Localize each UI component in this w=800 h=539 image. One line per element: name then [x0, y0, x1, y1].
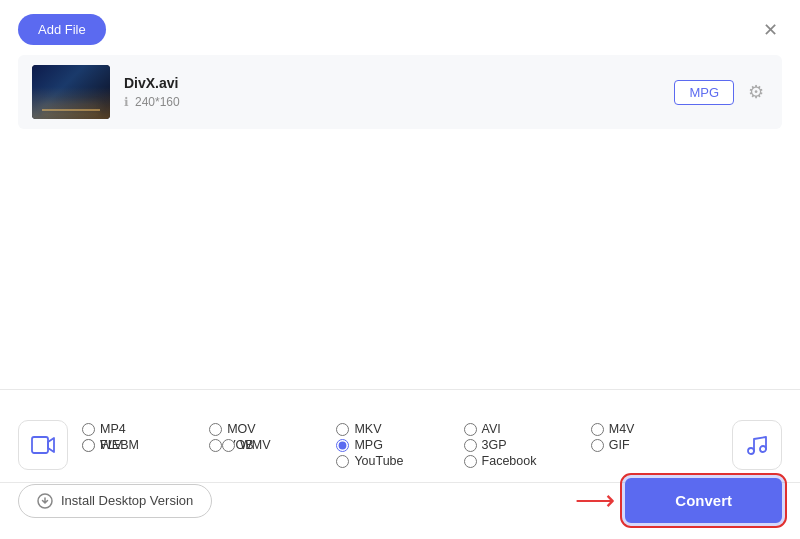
- format-option-facebook[interactable]: Facebook: [464, 454, 718, 468]
- format-option-avi[interactable]: AVI: [464, 422, 591, 436]
- radio-youtube[interactable]: [336, 455, 349, 468]
- settings-button[interactable]: ⚙: [744, 79, 768, 105]
- file-thumbnail: [32, 65, 110, 119]
- radio-avi[interactable]: [464, 423, 477, 436]
- format-option-flv2[interactable]: FLV: [82, 438, 220, 452]
- file-item: DivX.avi ℹ 240*160 MPG ⚙: [18, 55, 782, 129]
- format-badge-button[interactable]: MPG: [674, 80, 734, 105]
- install-button[interactable]: Install Desktop Version: [18, 484, 212, 518]
- convert-button[interactable]: Convert: [625, 478, 782, 523]
- radio-m4v[interactable]: [591, 423, 604, 436]
- format-option-youtube[interactable]: YouTube: [336, 454, 463, 468]
- format-option-m4v[interactable]: M4V: [591, 422, 718, 436]
- format-option-mov[interactable]: MOV: [209, 422, 336, 436]
- arrow-container: ⟶ Convert: [575, 478, 782, 523]
- file-list: DivX.avi ℹ 240*160 MPG ⚙: [0, 55, 800, 129]
- radio-wmv2[interactable]: [222, 439, 235, 452]
- empty-area: [0, 129, 800, 389]
- radio-mkv[interactable]: [336, 423, 349, 436]
- radio-mp4[interactable]: [82, 423, 95, 436]
- radio-facebook[interactable]: [464, 455, 477, 468]
- format-option-mp4[interactable]: MP4: [82, 422, 209, 436]
- arrow-icon: ⟶: [575, 487, 615, 515]
- format-row-flv-wmv: FLV WMV: [0, 438, 800, 452]
- radio-mov[interactable]: [209, 423, 222, 436]
- format-row-3: FLV WMV YouTube Facebook: [82, 454, 718, 468]
- file-meta: ℹ 240*160: [124, 95, 660, 109]
- close-button[interactable]: ✕: [759, 17, 782, 43]
- info-icon: ℹ: [124, 95, 129, 109]
- file-name: DivX.avi: [124, 75, 660, 91]
- footer: Install Desktop Version ⟶ Convert: [0, 478, 800, 539]
- format-option-mkv[interactable]: MKV: [336, 422, 463, 436]
- file-actions: MPG ⚙: [674, 79, 768, 105]
- format-row-1: MP4 MOV MKV AVI M4V: [82, 422, 718, 436]
- file-dimensions: 240*160: [135, 95, 180, 109]
- format-option-wmv2[interactable]: WMV: [222, 438, 362, 452]
- radio-flv2[interactable]: [82, 439, 95, 452]
- thumbnail-image: [32, 65, 110, 119]
- add-file-button[interactable]: Add File: [18, 14, 106, 45]
- top-bar: Add File ✕: [0, 0, 800, 55]
- install-label: Install Desktop Version: [61, 493, 193, 508]
- file-info: DivX.avi ℹ 240*160: [124, 75, 660, 109]
- download-icon: [37, 493, 53, 509]
